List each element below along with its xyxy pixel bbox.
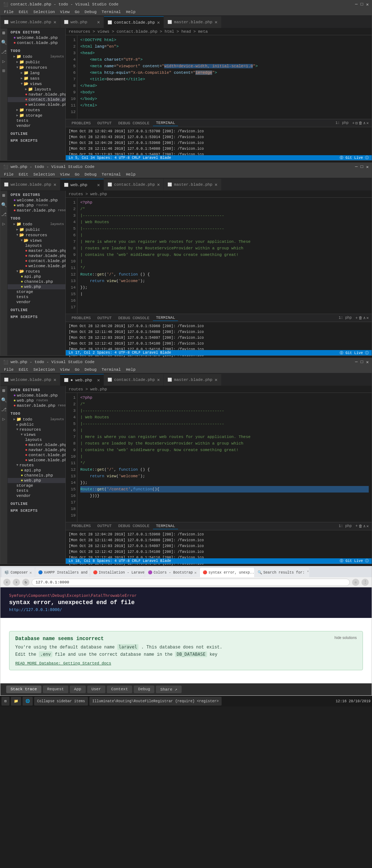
terminal-icon-chevron[interactable]: ∧ — [363, 524, 366, 529]
git-icon[interactable]: ⎇ — [1, 406, 7, 413]
taskbar-start[interactable]: ⊞ — [1, 697, 9, 706]
sidebar-views[interactable]: ▼ 📂 views — [8, 81, 65, 87]
tab-close-btn[interactable]: ✕ — [53, 377, 56, 383]
taskbar-file-manager[interactable]: 📁 — [11, 697, 21, 706]
minimize-btn[interactable]: ─ — [355, 2, 357, 7]
terminal-icon-chevron[interactable]: ∧ — [363, 316, 366, 320]
tab-close-btn[interactable]: ✕ — [215, 377, 218, 383]
terminal-icon-plus[interactable]: + — [355, 316, 358, 320]
tab-close-btn[interactable]: ✕ — [97, 377, 100, 383]
tab-close-btn[interactable]: ✕ — [157, 377, 160, 383]
sidebar-web-php3[interactable]: ● web.php routes — [8, 398, 65, 403]
tab-web-php-1[interactable]: ⬜ web.php ✕ — [60, 16, 104, 28]
sidebar-api-php3[interactable]: ● api.php — [8, 468, 65, 473]
sidebar-welcome3[interactable]: ● welcome.blade.php — [8, 393, 65, 398]
sidebar-welcome-blade3[interactable]: ● welcome.blade.php — [8, 264, 65, 269]
sidebar-tests2[interactable]: tests — [8, 294, 65, 300]
menu-go[interactable]: Go — [73, 367, 82, 373]
title-bar-controls-3[interactable]: ─ □ ✕ — [355, 359, 369, 365]
tab-terminal[interactable]: TERMINAL — [153, 315, 178, 321]
title-bar-controls-1[interactable]: ─ □ ✕ — [355, 2, 369, 7]
menu-selection[interactable]: Selection — [31, 367, 57, 373]
browser-menu-btn[interactable]: ⋮ — [361, 579, 369, 586]
sidebar-master-blade3[interactable]: ● master.blade.php — [8, 442, 65, 447]
chrome-tab-bootstrap[interactable]: 🟣 Colors - Bootstrap ✕ — [145, 568, 199, 577]
menu-file[interactable]: File — [2, 9, 16, 15]
menu-edit[interactable]: Edit — [16, 172, 30, 177]
browser-url-input[interactable]: 127.0.0.1:8000 — [32, 579, 350, 586]
tab-close-btn[interactable]: ✕ — [29, 570, 32, 575]
tab-master-blade-3[interactable]: ⬜ master.blade.php ✕ — [164, 374, 221, 386]
maximize-btn[interactable]: □ — [361, 359, 363, 365]
footer-tab-context[interactable]: Context — [107, 686, 132, 693]
tab-welcome-blade-3[interactable]: ⬜ welcome.blade.php ✕ — [0, 374, 60, 386]
menu-edit[interactable]: Edit — [16, 367, 30, 373]
menu-help[interactable]: Help — [124, 9, 138, 15]
menu-debug[interactable]: Debug — [82, 9, 99, 15]
sidebar-contact-blade-active[interactable]: ● contact.blade.php — [8, 97, 65, 102]
tab-master-blade-2[interactable]: ⬜ master.blade.php ✕ — [164, 179, 221, 190]
explorer-icon[interactable]: ⊞ — [1, 387, 7, 394]
sidebar-welcome-blade[interactable]: ● welcome.blade.php — [8, 35, 65, 40]
chrome-tab-search[interactable]: 🔍 Search results for: 'Las... ✕ — [255, 568, 309, 577]
sidebar-master-blade2[interactable]: ● master.blade.php — [8, 248, 65, 253]
code-editor-1[interactable]: <!DOCTYPE html> <html lang="en"> <head> … — [77, 35, 372, 119]
footer-tab-request[interactable]: Request — [43, 686, 68, 693]
sidebar-todo3[interactable]: ▶ 📁 todo layouts — [8, 417, 65, 422]
sidebar-api-php[interactable]: ● api.php — [8, 274, 65, 279]
sidebar-storage[interactable]: ▶ 📁 storage — [8, 113, 65, 118]
sidebar-welcome2[interactable]: ● welcome.blade.php — [8, 198, 65, 203]
browser-forward-btn[interactable]: › — [13, 579, 20, 586]
sidebar-master2[interactable]: ● master.blade.php resources/views... — [8, 208, 65, 213]
footer-tab-stack-trace[interactable]: Stack trace — [6, 686, 41, 693]
menu-view[interactable]: View — [58, 172, 72, 177]
debug-icon[interactable]: ▷ — [1, 416, 7, 422]
terminal-icon-trash[interactable]: 🗑 — [359, 524, 363, 529]
menu-debug[interactable]: Debug — [82, 367, 99, 373]
sidebar-sass[interactable]: ▶ 📁 sass — [8, 76, 65, 81]
menu-terminal[interactable]: Terminal — [100, 9, 123, 15]
sidebar-web-php2[interactable]: ● web.php routes — [8, 203, 65, 208]
browser-star-btn[interactable]: ☆ — [352, 579, 359, 586]
code-editor-2[interactable]: <?php /* |------------------------------… — [77, 198, 372, 314]
taskbar-route-info[interactable]: Illuminate\Routing\RouteFileRegistrar {r… — [89, 697, 222, 706]
tab-terminal[interactable]: TERMINAL — [153, 120, 178, 126]
tab-close-btn[interactable]: ✕ — [157, 20, 160, 25]
menu-view[interactable]: View — [58, 9, 72, 15]
explorer-icon[interactable]: ⊞ — [1, 192, 7, 199]
extensions-icon[interactable]: ⊞ — [1, 68, 7, 74]
sidebar-todo2[interactable]: ▶ 📁 todo layouts — [8, 221, 65, 227]
sidebar-resources[interactable]: ▼ 📂 resources — [8, 65, 65, 70]
tab-problems[interactable]: PROBLEMS — [69, 523, 94, 529]
tab-output[interactable]: OUTPUT — [94, 315, 115, 321]
menu-selection[interactable]: Selection — [31, 172, 57, 177]
tab-welcome-blade-1[interactable]: ⬜ welcome.blade.php ✕ — [0, 16, 60, 28]
sidebar-welcome-blade4[interactable]: ● welcome.blade.php — [8, 458, 65, 463]
chrome-tab-syntax-error[interactable]: 🔴 syntax error, unexp... ✕ — [200, 568, 254, 577]
tab-web-php-2[interactable]: ⬜ web.php ✕ — [60, 179, 104, 190]
tab-close-btn[interactable]: ✕ — [97, 182, 100, 188]
browser-back-btn[interactable]: ‹ — [3, 579, 11, 586]
terminal-icon-plus[interactable]: + — [352, 121, 355, 125]
sidebar-contact-blade[interactable]: ● contact.blade.php — [8, 40, 65, 45]
close-btn[interactable]: ✕ — [366, 359, 369, 365]
footer-tab-share[interactable]: Share ↗ — [156, 686, 181, 693]
sidebar-lang[interactable]: ▶ 📁 lang — [8, 70, 65, 76]
debug-icon[interactable]: ▷ — [1, 58, 7, 65]
sidebar-resources3[interactable]: ▼ resources — [8, 427, 65, 432]
terminal-icon-trash[interactable]: 🗑 — [359, 316, 363, 320]
sidebar-contact-blade3[interactable]: ● contact.blade.php — [8, 453, 65, 458]
terminal-icon-close[interactable]: ✕ — [366, 316, 369, 320]
maximize-btn[interactable]: □ — [361, 2, 363, 7]
terminal-icon-trash[interactable]: 🗑 — [359, 121, 363, 125]
terminal-icon-split[interactable]: ⊟ — [355, 121, 358, 125]
menu-edit[interactable]: Edit — [16, 9, 30, 15]
sidebar-layouts[interactable]: ▶ 📁 layouts — [8, 87, 65, 92]
footer-tab-app[interactable]: App — [70, 686, 86, 693]
browser-reload-btn[interactable]: ↻ — [22, 579, 29, 586]
sidebar-nav-blade2[interactable]: ● navbar.blade.php — [8, 253, 65, 258]
sidebar-storage3[interactable]: storage — [8, 483, 65, 488]
search-icon[interactable]: 🔍 — [1, 39, 7, 46]
menu-file[interactable]: File — [2, 172, 16, 177]
git-icon[interactable]: ⎇ — [1, 211, 7, 218]
